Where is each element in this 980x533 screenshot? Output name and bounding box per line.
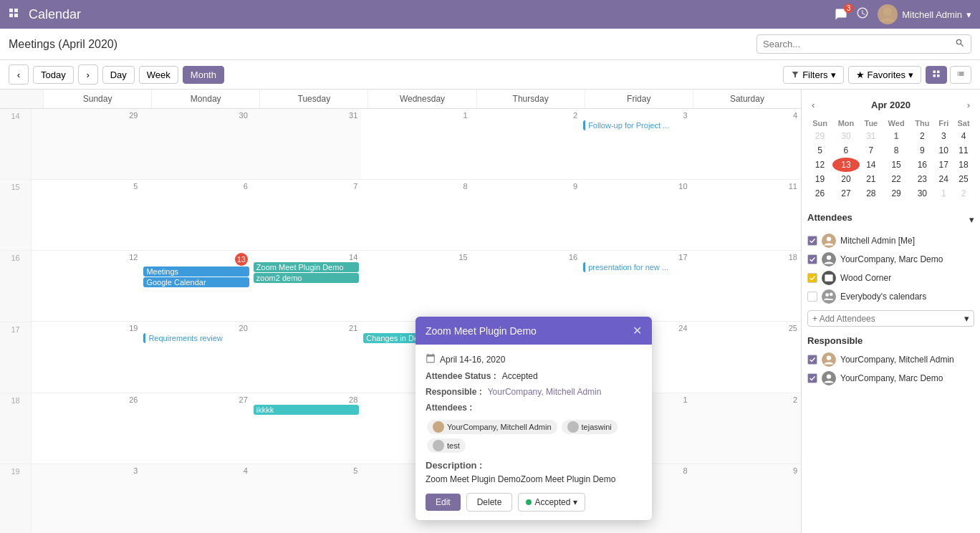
mini-cell-27[interactable]: 27: [832, 186, 860, 201]
cell-5-may[interactable]: 5: [251, 464, 361, 533]
responsible-check-mitchell[interactable]: [807, 355, 817, 365]
cell-13-apr[interactable]: 13 Meetings Google Calendar: [141, 251, 251, 322]
list-view-button[interactable]: [950, 66, 971, 84]
day-view-button[interactable]: Day: [102, 66, 135, 84]
mini-cell-7[interactable]: 7: [860, 143, 883, 158]
mini-cell-12[interactable]: 12: [807, 158, 832, 172]
cell-10-apr[interactable]: 10: [581, 180, 691, 251]
cell-28-apr[interactable]: 28 ikkkk: [251, 393, 361, 464]
edit-button[interactable]: Edit: [426, 494, 461, 511]
mini-cell-29[interactable]: 29: [883, 186, 910, 201]
mini-cell-17[interactable]: 17: [934, 158, 953, 172]
cell-4-apr[interactable]: 4: [691, 109, 801, 180]
mini-cell-5[interactable]: 5: [807, 143, 832, 158]
cell-12-apr[interactable]: 12: [32, 251, 141, 322]
mini-cell-16[interactable]: 16: [910, 158, 934, 172]
cell-8-apr[interactable]: 8: [361, 180, 471, 251]
next-button[interactable]: ›: [78, 64, 98, 85]
cell-20-apr[interactable]: 20 Requirements review: [141, 322, 251, 393]
attendee-tag-test[interactable]: test: [427, 438, 466, 453]
clock-icon[interactable]: [856, 6, 869, 22]
add-attendees-field[interactable]: ▾: [807, 310, 974, 327]
cell-2-may[interactable]: 2: [691, 393, 801, 464]
cell-31-mar[interactable]: 31: [251, 109, 361, 180]
cell-5-apr[interactable]: 5: [32, 180, 141, 251]
cell-27-apr[interactable]: 27: [141, 393, 251, 464]
attendee-check-mitchell[interactable]: [807, 236, 817, 246]
cell-18-apr[interactable]: 18: [691, 251, 801, 322]
month-view-button[interactable]: Month: [183, 66, 224, 84]
mini-cell-13[interactable]: 13: [832, 158, 860, 172]
cell-7-apr[interactable]: 7: [251, 180, 361, 251]
event-meetings[interactable]: Meetings: [143, 266, 249, 277]
grid-view-button[interactable]: [926, 66, 947, 84]
mini-cell-29m[interactable]: 29: [807, 129, 832, 143]
mini-cal-next[interactable]: ›: [963, 98, 974, 112]
attendee-check-woodcorner[interactable]: [807, 273, 817, 283]
attendee-tag-mitchell[interactable]: YourCompany, Mitchell Admin: [427, 420, 557, 434]
favorites-button[interactable]: ★ Favorites ▾: [848, 66, 921, 84]
mini-cell-2m[interactable]: 2: [953, 186, 974, 201]
status-button[interactable]: Accepted ▾: [518, 493, 585, 512]
event-followup[interactable]: Follow-up for Project ...: [583, 120, 688, 130]
mini-cell-8[interactable]: 8: [883, 143, 910, 158]
mini-cell-1[interactable]: 1: [883, 129, 910, 143]
mini-cell-19[interactable]: 19: [807, 172, 832, 186]
attendee-check-marc[interactable]: [807, 254, 817, 264]
mini-cell-6[interactable]: 6: [832, 143, 860, 158]
add-attendees-input[interactable]: [812, 314, 964, 324]
mini-cell-21[interactable]: 21: [860, 172, 883, 186]
attendees-dropdown-icon[interactable]: ▾: [969, 214, 974, 225]
search-input[interactable]: [763, 39, 955, 49]
mini-cell-30[interactable]: 30: [910, 186, 934, 201]
cell-11-apr[interactable]: 11: [691, 180, 801, 251]
mini-cell-3[interactable]: 3: [934, 129, 953, 143]
mini-cell-18[interactable]: 18: [953, 158, 974, 172]
event-requirements[interactable]: Requirements review: [143, 333, 249, 343]
cell-17-apr[interactable]: 17 presentation for new ...: [581, 251, 691, 322]
cell-14-apr[interactable]: 14 Zoom Meet Plugin Demo zoom2 demo: [251, 251, 361, 322]
event-google-cal[interactable]: Google Calendar: [143, 277, 249, 287]
cell-3-may[interactable]: 3: [32, 464, 141, 533]
responsible-check-marc[interactable]: [807, 373, 817, 383]
cell-21-apr[interactable]: 21: [251, 322, 361, 393]
cell-4-may[interactable]: 4: [141, 464, 251, 533]
mini-cell-28[interactable]: 28: [860, 186, 883, 201]
mini-cell-23[interactable]: 23: [910, 172, 934, 186]
mini-cell-31m[interactable]: 31: [860, 129, 883, 143]
event-ikkkk[interactable]: ikkkk: [254, 405, 359, 415]
mini-cell-14[interactable]: 14: [860, 158, 883, 172]
week-view-button[interactable]: Week: [139, 66, 178, 84]
cell-30-mar[interactable]: 30: [141, 109, 251, 180]
mini-cell-4[interactable]: 4: [953, 129, 974, 143]
today-button[interactable]: Today: [33, 66, 74, 84]
cell-26-apr[interactable]: 26: [32, 393, 141, 464]
attendee-tag-teja[interactable]: tejaswini: [562, 420, 618, 434]
cell-2-apr[interactable]: 2: [471, 109, 581, 180]
mini-cal-prev[interactable]: ‹: [807, 98, 819, 112]
cell-15-apr[interactable]: 15: [361, 251, 471, 322]
mini-cell-26[interactable]: 26: [807, 186, 832, 201]
mini-cell-9[interactable]: 9: [910, 143, 934, 158]
mini-cell-22[interactable]: 22: [883, 172, 910, 186]
filters-button[interactable]: Filters ▾: [783, 66, 843, 84]
mini-cell-1m[interactable]: 1: [934, 186, 953, 201]
event-zoom2[interactable]: zoom2 demo: [254, 273, 359, 283]
add-attendees-dropdown[interactable]: ▾: [964, 313, 969, 324]
event-zoom-demo[interactable]: Zoom Meet Plugin Demo: [254, 262, 359, 272]
mini-cell-15[interactable]: 15: [883, 158, 910, 172]
cell-9-may[interactable]: 9: [691, 464, 801, 533]
mini-cell-20[interactable]: 20: [832, 172, 860, 186]
mini-cell-10[interactable]: 10: [934, 143, 953, 158]
cell-25-apr[interactable]: 25: [691, 322, 801, 393]
event-presentation[interactable]: presentation for new ...: [583, 262, 688, 272]
cell-1-apr[interactable]: 1: [361, 109, 471, 180]
grid-icon[interactable]: [9, 8, 20, 21]
mini-cell-11[interactable]: 11: [953, 143, 974, 158]
cell-3-apr[interactable]: 3 Follow-up for Project ...: [581, 109, 691, 180]
prev-button[interactable]: ‹: [9, 64, 29, 85]
messages-badge[interactable]: 3: [835, 8, 847, 21]
mini-cell-30m[interactable]: 30: [832, 129, 860, 143]
popup-close-button[interactable]: ✕: [633, 324, 642, 337]
cell-29-mar[interactable]: 29: [32, 109, 141, 180]
